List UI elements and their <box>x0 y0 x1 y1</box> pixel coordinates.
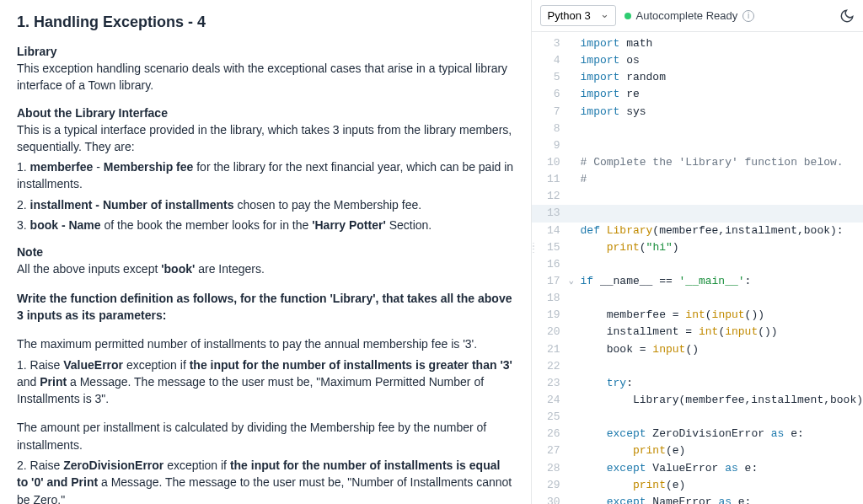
code-content[interactable]: try: <box>581 375 863 392</box>
fold-icon[interactable] <box>569 358 581 375</box>
code-line[interactable]: 8 <box>532 121 863 137</box>
code-line[interactable]: 10# Complete the 'Library' function belo… <box>532 154 863 171</box>
fold-icon[interactable] <box>569 426 581 442</box>
code-content[interactable] <box>581 188 863 205</box>
code-line[interactable]: 6import re <box>532 86 863 103</box>
line-number: 28 <box>532 460 569 477</box>
code-line[interactable]: 18 <box>532 290 863 307</box>
code-line[interactable]: 26 except ZeroDivisionError as e: <box>532 426 863 442</box>
language-select-wrap[interactable]: Python 3 <box>540 5 616 26</box>
code-line[interactable]: 11# <box>532 171 863 188</box>
fold-icon[interactable] <box>569 35 581 52</box>
fold-icon[interactable] <box>569 121 581 137</box>
code-content[interactable]: import os <box>581 52 863 69</box>
fold-icon[interactable]: ⌄ <box>569 273 581 290</box>
code-content[interactable]: import sys <box>581 104 863 121</box>
code-line[interactable]: 22 <box>532 358 863 375</box>
code-line[interactable]: 14def Library(memberfee,installment,book… <box>532 223 863 239</box>
code-content[interactable] <box>581 205 863 222</box>
fold-icon[interactable] <box>569 239 581 256</box>
code-line[interactable]: 9 <box>532 137 863 154</box>
fold-icon[interactable] <box>569 324 581 340</box>
line-number: 10 <box>532 154 569 171</box>
language-select[interactable]: Python 3 <box>540 5 616 26</box>
code-content[interactable]: print("hi") <box>581 239 863 256</box>
fold-icon[interactable] <box>569 188 581 205</box>
fold-icon[interactable] <box>569 154 581 171</box>
fold-icon[interactable] <box>569 256 581 273</box>
code-content[interactable] <box>581 137 863 154</box>
code-line[interactable]: 30 except NameError as e: <box>532 494 863 504</box>
code-line[interactable]: 23 try: <box>532 375 863 392</box>
code-content[interactable] <box>581 409 863 426</box>
fold-icon[interactable] <box>569 341 581 358</box>
code-content[interactable]: # Complete the 'Library' function below. <box>581 154 863 171</box>
line-number: 11 <box>532 171 569 188</box>
fold-icon[interactable] <box>569 409 581 426</box>
code-content[interactable]: import random <box>581 69 863 86</box>
code-line[interactable]: 3import math <box>532 35 863 52</box>
code-line[interactable]: 12 <box>532 188 863 205</box>
fold-icon[interactable] <box>569 205 581 222</box>
fold-icon[interactable] <box>569 137 581 154</box>
code-line[interactable]: 7import sys <box>532 104 863 121</box>
code-content[interactable]: import re <box>581 86 863 103</box>
fold-icon[interactable] <box>569 375 581 392</box>
fold-icon[interactable] <box>569 307 581 324</box>
code-content[interactable] <box>581 290 863 307</box>
fold-icon[interactable] <box>569 442 581 459</box>
line-number: 19 <box>532 307 569 324</box>
code-content[interactable] <box>581 358 863 375</box>
info-icon[interactable]: i <box>742 10 754 22</box>
code-line[interactable]: 21 book = input() <box>532 341 863 358</box>
library-desc: This exception handling scenario deals w… <box>17 60 514 94</box>
code-content[interactable]: # <box>581 171 863 188</box>
code-content[interactable]: import math <box>581 35 863 52</box>
fold-icon[interactable] <box>569 223 581 239</box>
code-line[interactable]: 13 <box>532 205 863 222</box>
code-content[interactable]: except ValueError as e: <box>581 460 863 477</box>
line-number: 26 <box>532 426 569 442</box>
code-content[interactable]: book = input() <box>581 341 863 358</box>
code-line[interactable]: 28 except ValueError as e: <box>532 460 863 477</box>
fold-icon[interactable] <box>569 171 581 188</box>
status-dot-icon <box>624 13 631 19</box>
code-line[interactable]: 15 print("hi") <box>532 239 863 256</box>
code-line[interactable]: 25 <box>532 409 863 426</box>
code-line[interactable]: 27 print(e) <box>532 442 863 459</box>
code-line[interactable]: 24 Library(memberfee,installment,book) <box>532 392 863 409</box>
theme-toggle-icon[interactable] <box>839 8 855 24</box>
amount-desc: The amount per installment is calculated… <box>17 419 514 453</box>
line-number: 17 <box>532 273 569 290</box>
code-line[interactable]: 20 installment = int(input()) <box>532 324 863 340</box>
fold-icon[interactable] <box>569 290 581 307</box>
fold-icon[interactable] <box>569 86 581 103</box>
code-line[interactable]: 16 <box>532 256 863 273</box>
fold-icon[interactable] <box>569 52 581 69</box>
code-line[interactable]: 4import os <box>532 52 863 69</box>
code-content[interactable]: print(e) <box>581 442 863 459</box>
code-editor[interactable]: 3import math4import os5import random6imp… <box>532 32 863 504</box>
fold-icon[interactable] <box>569 494 581 504</box>
fold-icon[interactable] <box>569 477 581 494</box>
code-content[interactable] <box>581 121 863 137</box>
code-content[interactable]: except ZeroDivisionError as e: <box>581 426 863 442</box>
code-line[interactable]: 17⌄if __name__ == '__main__': <box>532 273 863 290</box>
code-content[interactable]: except NameError as e: <box>581 494 863 504</box>
code-content[interactable]: Library(memberfee,installment,book) <box>581 392 863 409</box>
code-content[interactable]: installment = int(input()) <box>581 324 863 340</box>
code-content[interactable]: print(e) <box>581 477 863 494</box>
code-line[interactable]: 5import random <box>532 69 863 86</box>
code-content[interactable]: def Library(memberfee,installment,book): <box>581 223 863 239</box>
fold-icon[interactable] <box>569 392 581 409</box>
code-content[interactable] <box>581 256 863 273</box>
resize-handle-icon[interactable]: ⋮⋮ <box>529 244 538 251</box>
code-content[interactable]: memberfee = int(input()) <box>581 307 863 324</box>
fold-icon[interactable] <box>569 104 581 121</box>
fold-icon[interactable] <box>569 460 581 477</box>
code-content[interactable]: if __name__ == '__main__': <box>581 273 863 290</box>
line-number: 8 <box>532 121 569 137</box>
fold-icon[interactable] <box>569 69 581 86</box>
code-line[interactable]: 19 memberfee = int(input()) <box>532 307 863 324</box>
code-line[interactable]: 29 print(e) <box>532 477 863 494</box>
